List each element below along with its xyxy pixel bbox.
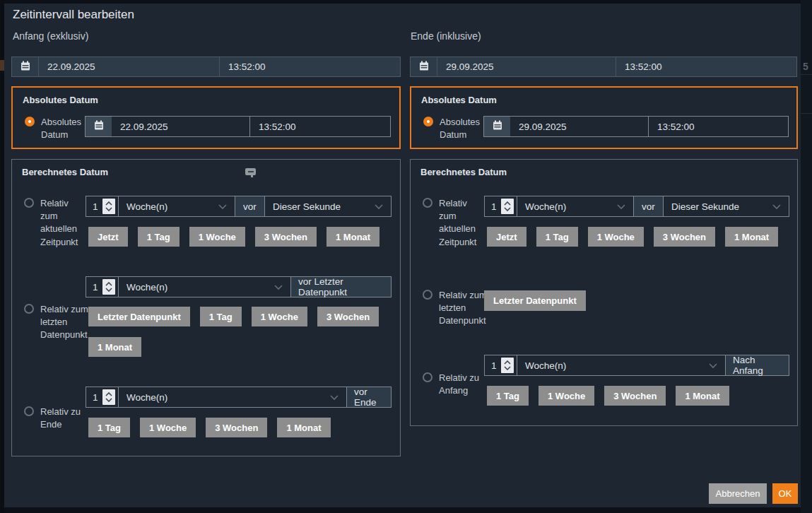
absolute-time-field[interactable]: 13:52:00 [648,117,788,136]
absolute-date-heading: Absolutes Datum [421,95,497,105]
relative-current-input-row: 1 Woche(n) vor Dieser Sekunde [86,196,392,217]
quick-button[interactable]: 1 Monat [88,337,141,357]
vor-letzter-datenpunkt-label: vor Letzter Datenpunkt [290,277,391,297]
chevron-down-icon [772,201,781,212]
number-stepper-icon[interactable] [501,199,514,214]
anchor-dropdown[interactable]: Dieser Sekunde [663,196,789,216]
relative-start-radio[interactable] [423,372,433,382]
quick-button[interactable]: Jetzt [88,227,128,247]
end-datetime-group: 29.09.2025 13:52:00 [410,57,797,77]
quick-button[interactable]: 1 Monat [277,418,330,437]
end-absolute-date-box: Absolutes Datum Absolutes Datum 29.09.20… [410,86,798,149]
anchor-dropdown[interactable]: Dieser Sekunde [264,196,391,216]
relative-last-datapoint-radio[interactable] [24,304,34,314]
vor-label: vor [235,196,264,216]
start-time-field[interactable]: 13:52:00 [219,57,400,76]
relative-start-radio-label: Relativ zu Anfang [439,372,484,397]
chevron-down-icon [375,201,383,212]
chevron-down-icon [330,392,339,403]
quick-button[interactable]: 3 Wochen [317,307,379,326]
absolute-date-field[interactable]: 22.09.2025 [112,117,249,136]
quick-button[interactable]: 1 Woche [189,227,245,247]
unit-value: Woche(n) [126,282,167,293]
unit-value: Woche(n) [126,201,167,212]
quick-button[interactable]: Letzter Datenpunkt [88,307,190,326]
relative-start-input-row: 1 Woche(n) Nach Anfang [484,355,789,376]
calculated-date-heading: Berechnetes Datum [420,167,507,177]
absolute-date-radio[interactable] [423,117,433,126]
ok-button[interactable]: OK [772,483,798,504]
quick-button[interactable]: 1 Woche [140,418,196,437]
absolute-date-radio[interactable] [25,117,35,126]
anchor-value: Dieser Sekunde [273,201,341,212]
relative-end-radio[interactable] [24,406,34,416]
number-stepper-icon[interactable] [501,358,514,373]
cancel-button[interactable]: Abbrechen [709,483,767,504]
quick-button[interactable]: 3 Wochen [206,418,267,437]
relative-current-input-row: 1 Woche(n) vor Dieser Sekunde [484,196,789,217]
relative-current-radio[interactable] [24,198,34,208]
quick-button[interactable]: 1 Monat [676,386,729,406]
number-stepper-icon[interactable] [102,199,115,214]
quick-button[interactable]: 3 Wochen [604,386,666,406]
amount-value: 1 [93,392,98,403]
quick-button[interactable]: 1 Tag [138,227,180,247]
comment-icon [245,168,256,177]
unit-dropdown[interactable]: Woche(n) [517,196,633,216]
absolute-datetime-group: 29.09.2025 13:52:00 [483,116,789,137]
quick-button[interactable]: 1 Monat [326,227,379,247]
window-edge-left [0,0,4,513]
quick-button[interactable]: 3 Wochen [255,227,317,247]
dialog-footer: Abbrechen OK [709,483,798,504]
relative-last-datapoint-radio-label: Relativ zum letzten Datenpunkt [40,303,91,342]
amount-value: 1 [93,282,98,293]
absolute-datetime-group: 22.09.2025 13:52:00 [85,116,391,137]
calendar-icon [20,61,30,73]
quick-button[interactable]: Letzter Datenpunkt [484,290,586,311]
end-date-field[interactable]: 29.09.2025 [437,57,616,76]
quick-button[interactable]: 1 Tag [487,386,529,406]
calendar-button[interactable] [12,57,39,76]
quick-button[interactable]: 3 Wochen [654,227,715,247]
relative-last-datapoint-input-row: 1 Woche(n) vor Letzter Datenpunkt [86,276,392,297]
relative-end-radio-label: Relativ zu Ende [40,406,86,431]
unit-value: Woche(n) [525,201,566,212]
unit-dropdown[interactable]: Woche(n) [517,355,725,375]
unit-dropdown[interactable]: Woche(n) [118,387,346,407]
absolute-time-field[interactable]: 13:52:00 [249,117,390,136]
number-stepper-icon[interactable] [102,279,115,295]
end-calculated-date-box: Berechnetes Datum Relativ zum aktuellen … [410,159,798,426]
amount-field[interactable]: 1 [485,196,517,216]
relative-last-datapoint-radio[interactable] [423,290,433,300]
calendar-button[interactable] [484,117,510,136]
quick-button[interactable]: 1 Woche [252,307,307,326]
quick-button[interactable]: 1 Woche [539,386,594,406]
end-time-field[interactable]: 13:52:00 [616,57,796,76]
amount-field[interactable]: 1 [485,355,517,375]
quick-button[interactable]: Jetzt [487,227,526,247]
amount-field[interactable]: 1 [86,196,118,216]
nach-anfang-label: Nach Anfang [725,355,789,375]
quick-button[interactable]: 1 Monat [725,227,778,247]
amount-field[interactable]: 1 [86,387,118,407]
absolute-date-field[interactable]: 29.09.2025 [510,117,648,136]
edit-time-interval-dialog: Zeitintervall bearbeiten Anfang (exklusi… [4,4,801,507]
number-stepper-icon[interactable] [102,389,115,405]
relative-current-radio[interactable] [423,198,433,208]
start-date-field[interactable]: 22.09.2025 [39,57,219,76]
calendar-button[interactable] [86,117,112,136]
unit-dropdown[interactable]: Woche(n) [118,196,235,216]
quick-button[interactable]: 1 Tag [88,418,130,437]
calendar-button[interactable] [411,57,437,76]
end-column-heading: Ende (inklusive) [411,30,481,42]
quick-button[interactable]: 1 Woche [588,227,644,247]
quick-button[interactable]: 1 Tag [536,227,578,247]
relative-current-radio-label: Relativ zum aktuellen Zeitpunkt [40,197,86,249]
amount-field[interactable]: 1 [86,277,118,297]
quick-button[interactable]: 1 Tag [200,307,242,326]
dialog-title: Zeitintervall bearbeiten [13,8,134,22]
unit-value: Woche(n) [126,392,167,403]
vor-ende-label: vor Ende [346,387,391,407]
unit-dropdown[interactable]: Woche(n) [118,277,290,297]
relative-last-datapoint-radio-label: Relativ zum letzten Datenpunkt [439,289,490,328]
